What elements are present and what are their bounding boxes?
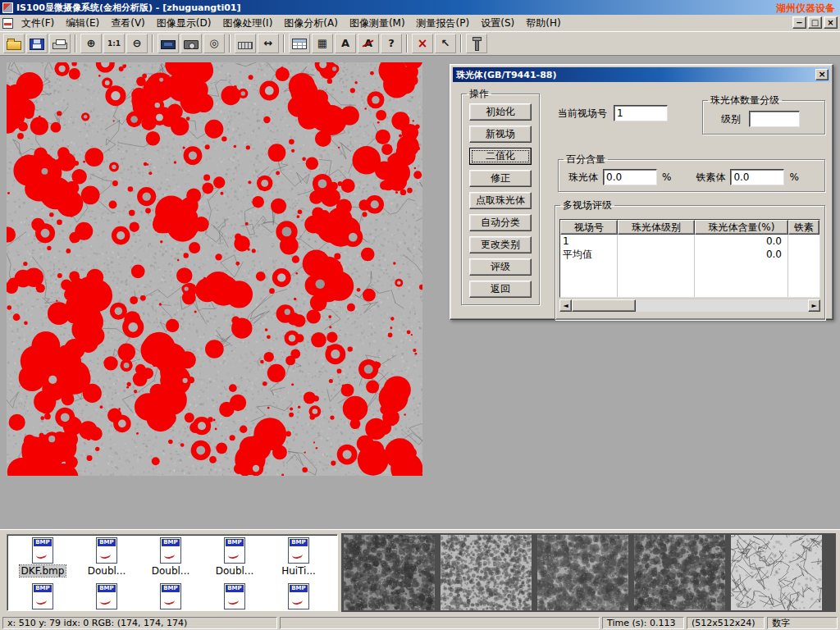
scroll-left-button[interactable]: ◄ bbox=[559, 299, 572, 312]
table-header-4[interactable]: 铁素 bbox=[788, 220, 819, 235]
minimize-button[interactable]: − bbox=[792, 16, 806, 29]
target-icon[interactable]: ◎ bbox=[203, 34, 225, 53]
help-icon: ? bbox=[384, 37, 399, 50]
dialog-close-button[interactable]: × bbox=[815, 69, 829, 80]
file-item-Doubl...[interactable]: BMPDoubl... bbox=[139, 537, 203, 577]
file-item-Doubl...[interactable]: BMPDoubl... bbox=[203, 537, 267, 577]
bmp-file-icon: BMP bbox=[224, 583, 245, 609]
delete-marker-icon[interactable]: × bbox=[412, 34, 433, 53]
restore-button[interactable]: □ bbox=[808, 16, 822, 29]
menu-item-10[interactable]: 帮助(H) bbox=[520, 15, 566, 32]
table-header-2[interactable]: 珠光体级别 bbox=[618, 220, 695, 235]
open-icon[interactable] bbox=[3, 34, 25, 53]
table-header-3[interactable]: 珠光体含量(%) bbox=[695, 220, 788, 235]
zoom-out-icon[interactable]: ⊖ bbox=[126, 34, 148, 53]
thumbnail-1[interactable] bbox=[344, 535, 435, 610]
table-cell bbox=[788, 248, 819, 261]
dialog-title-bar[interactable]: 珠光体(GB/T9441-88) × bbox=[453, 67, 830, 82]
table-cell bbox=[788, 235, 819, 248]
file-item-partial[interactable]: BMP bbox=[139, 583, 203, 609]
pearlite-percent-input[interactable] bbox=[603, 169, 657, 185]
percent-sign: % bbox=[789, 171, 798, 183]
camera-icon[interactable] bbox=[180, 34, 202, 53]
table-row[interactable]: 平均值0.0 bbox=[560, 248, 819, 261]
zoom-in-icon: ⊕ bbox=[84, 37, 98, 50]
menu-item-8[interactable]: 测量报告(P) bbox=[411, 15, 476, 32]
grid-icon[interactable]: ▦ bbox=[312, 34, 333, 53]
text-label-icon[interactable]: A bbox=[335, 34, 356, 53]
zoom-in-icon[interactable]: ⊕ bbox=[80, 34, 102, 53]
current-field-label: 当前视场号 bbox=[558, 107, 607, 121]
micrometer-icon bbox=[469, 37, 484, 50]
operation-buttons: 初始化新视场二值化修正点取珠光体自动分类更改类别评级返回 bbox=[462, 101, 539, 298]
current-field-input[interactable] bbox=[614, 105, 668, 121]
scrollbar-thumb[interactable] bbox=[572, 299, 636, 312]
file-item-HuiTi...[interactable]: BMPHuiTi... bbox=[267, 537, 331, 577]
table-hscrollbar[interactable]: ◄ ► bbox=[559, 299, 820, 312]
report-table-icon[interactable] bbox=[289, 34, 310, 53]
save-icon[interactable] bbox=[26, 34, 48, 53]
context-help-icon[interactable]: ↖ bbox=[435, 34, 456, 53]
thumbnail-2[interactable] bbox=[441, 535, 532, 610]
print-icon[interactable] bbox=[49, 34, 71, 53]
close-button[interactable]: × bbox=[824, 16, 838, 29]
results-table[interactable]: 视场号珠光体级别珠光体含量(%)铁素 10.0平均值0.0 bbox=[559, 219, 820, 298]
help-icon[interactable]: ? bbox=[381, 34, 402, 53]
ferrite-label: 铁素体 bbox=[696, 171, 725, 185]
caliper-icon[interactable] bbox=[235, 34, 256, 53]
menu-bar: 文件(F)编辑(E)查看(V)图像显示(D)图像处理(I)图像分析(A)图像测量… bbox=[0, 15, 840, 32]
measure-icon: ↔ bbox=[261, 37, 276, 50]
toolbar-separator bbox=[406, 34, 408, 52]
auto-classify-button[interactable]: 自动分类 bbox=[469, 214, 532, 231]
file-item-partial[interactable]: BMP bbox=[203, 583, 267, 609]
menu-item-5[interactable]: 图像处理(I) bbox=[217, 15, 278, 32]
binarize-button[interactable]: 二值化 bbox=[469, 148, 532, 165]
menu-item-1[interactable]: 文件(F) bbox=[16, 15, 60, 32]
table-row[interactable]: 10.0 bbox=[560, 235, 819, 248]
ferrite-percent-input[interactable] bbox=[730, 169, 784, 185]
menu-item-6[interactable]: 图像分析(A) bbox=[278, 15, 344, 32]
level-input[interactable] bbox=[749, 111, 800, 127]
image-size-readout: (512x512x24) bbox=[687, 617, 765, 629]
table-header-1[interactable]: 视场号 bbox=[560, 220, 618, 235]
new-field-button[interactable]: 新视场 bbox=[469, 126, 532, 143]
thumbnail-3[interactable] bbox=[537, 535, 628, 610]
thumbnail-5[interactable] bbox=[731, 535, 822, 610]
bmp-file-icon: BMP bbox=[96, 583, 117, 609]
file-item-partial[interactable]: BMP bbox=[11, 583, 75, 609]
video-capture-icon[interactable] bbox=[158, 34, 179, 53]
measure-icon[interactable]: ↔ bbox=[258, 34, 279, 53]
file-item-Doubl...[interactable]: BMPDoubl... bbox=[75, 537, 139, 577]
scroll-right-button[interactable]: ► bbox=[808, 299, 820, 312]
operations-legend: 操作 bbox=[467, 87, 491, 101]
file-item-partial[interactable]: BMP bbox=[267, 583, 331, 609]
menu-item-4[interactable]: 图像显示(D) bbox=[151, 15, 217, 32]
metallographic-image[interactable] bbox=[7, 62, 422, 476]
return-button[interactable]: 返回 bbox=[469, 281, 532, 298]
correct-button[interactable]: 修正 bbox=[469, 170, 532, 187]
bmp-file-icon: BMP bbox=[32, 583, 53, 609]
menu-item-2[interactable]: 编辑(E) bbox=[60, 15, 105, 32]
toolbar-separator bbox=[152, 34, 153, 52]
table-cell: 0.0 bbox=[695, 235, 788, 248]
document-icon bbox=[2, 18, 13, 29]
cursor-position-readout: x: 510 y: 79 idx: 0 RGB: (174, 174, 174) bbox=[2, 617, 277, 629]
app-window: IS100显微摄像系统(金相分析版) - [zhuguangti01] 湖州仪器… bbox=[0, 0, 840, 630]
text-delete-icon[interactable]: A bbox=[358, 34, 379, 53]
menu-item-3[interactable]: 查看(V) bbox=[105, 15, 151, 32]
file-item-partial[interactable]: BMP bbox=[75, 583, 139, 609]
file-item-DKF.bmp[interactable]: BMPDKF.bmp bbox=[11, 537, 75, 577]
actual-size-icon[interactable]: 1:1 bbox=[103, 34, 125, 53]
file-list[interactable]: BMPDKF.bmpBMPDoubl...BMPDoubl...BMPDoubl… bbox=[7, 534, 338, 611]
menu-item-9[interactable]: 设置(S) bbox=[475, 15, 520, 32]
init-button[interactable]: 初始化 bbox=[469, 103, 532, 121]
change-class-button[interactable]: 更改类别 bbox=[469, 236, 532, 253]
pick-pearlite-button[interactable]: 点取珠光体 bbox=[469, 192, 532, 209]
bmp-file-icon: BMP bbox=[32, 537, 53, 564]
micrometer-icon[interactable] bbox=[466, 34, 487, 53]
menu-items: 文件(F)编辑(E)查看(V)图像显示(D)图像处理(I)图像分析(A)图像测量… bbox=[16, 15, 567, 32]
status-bar: x: 510 y: 79 idx: 0 RGB: (174, 174, 174)… bbox=[0, 615, 840, 630]
thumbnail-4[interactable] bbox=[634, 535, 725, 610]
menu-item-7[interactable]: 图像测量(M) bbox=[344, 15, 411, 32]
grade-button[interactable]: 评级 bbox=[469, 258, 532, 276]
